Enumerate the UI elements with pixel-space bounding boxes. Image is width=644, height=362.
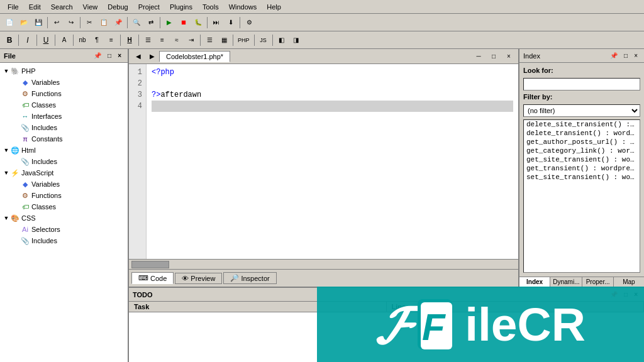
format-btn3[interactable]: ≡ — [104, 33, 118, 47]
settings-btn[interactable]: ⚙ — [242, 16, 256, 30]
editor-tab-main[interactable]: Codelobster1.php* — [159, 51, 230, 62]
inspector-view-btn[interactable]: 🔎 Inspector — [223, 272, 276, 284]
expand-functions-js[interactable] — [13, 192, 20, 199]
expand-classes[interactable] — [13, 101, 20, 109]
index-item-3[interactable]: get_category_link() : wordpress — [524, 146, 640, 155]
tree-interfaces[interactable]: ↔ Interfaces — [0, 111, 128, 122]
expand-selectors[interactable] — [13, 226, 20, 233]
tree-functions[interactable]: ⚙ Functions — [0, 88, 128, 99]
tree-html[interactable]: ▼ 🌐 Html — [0, 145, 128, 156]
index-tab-properties[interactable]: Proper... — [582, 277, 613, 287]
align-center-btn[interactable]: ≡ — [155, 33, 169, 47]
expand-variables-js[interactable] — [13, 180, 20, 188]
expand-functions[interactable] — [13, 90, 20, 97]
tree-javascript[interactable]: ▼ ⚡ JavaScript — [0, 167, 128, 178]
tree-functions-js[interactable]: ⚙ Functions — [0, 190, 128, 201]
step-in-btn[interactable]: ⬇ — [224, 16, 238, 30]
code-editor[interactable]: <?php ?>afterdawn — [147, 64, 518, 259]
expand-constants[interactable] — [13, 135, 20, 143]
expand-includes-css[interactable] — [13, 237, 20, 244]
save-btn[interactable]: 💾 — [31, 16, 45, 30]
file-panel-float[interactable]: □ — [105, 52, 114, 60]
table-btn[interactable]: ▦ — [217, 33, 231, 47]
php-btn[interactable]: PHP — [235, 33, 252, 47]
editor-maximize-btn[interactable]: □ — [487, 50, 501, 63]
align-left-btn[interactable]: ☰ — [141, 33, 155, 47]
expand-javascript[interactable]: ▼ — [3, 169, 10, 177]
expand-includes-php[interactable] — [13, 124, 20, 131]
run-btn[interactable]: ▶ — [162, 16, 176, 30]
menu-windows[interactable]: Windows — [224, 2, 262, 12]
redo-btn[interactable]: ↪ — [64, 16, 78, 30]
menu-search[interactable]: Search — [46, 2, 78, 12]
index-tab-map[interactable]: Map — [614, 277, 644, 287]
expand-css[interactable]: ▼ — [3, 214, 10, 222]
index-item-6[interactable]: set_site_transient() : wordpres — [524, 173, 640, 182]
tree-variables-js[interactable]: ◆ Variables — [0, 178, 128, 190]
stop-btn[interactable]: ⏹ — [177, 16, 191, 30]
menu-plugins[interactable]: Plugins — [165, 2, 197, 12]
debug-btn[interactable]: 🐛 — [191, 16, 205, 30]
tree-variables[interactable]: ◆ Variables — [0, 77, 128, 88]
copy-btn[interactable]: 📋 — [97, 16, 111, 30]
undo-btn[interactable]: ↩ — [50, 16, 64, 30]
misc-btn1[interactable]: ◧ — [275, 33, 289, 47]
tab-prev-btn[interactable]: ◀ — [131, 50, 145, 63]
format-btn2[interactable]: ¶ — [90, 33, 104, 47]
editor-close-btn[interactable]: × — [502, 50, 516, 63]
js-icon-btn[interactable]: JS — [257, 33, 270, 47]
italic-btn[interactable]: I — [21, 33, 35, 47]
editor-content[interactable]: 1 2 3 4 <?php ?>afterdawn — [129, 64, 518, 259]
preview-view-btn[interactable]: 👁 Preview — [175, 273, 222, 284]
bold-btn[interactable]: B — [3, 33, 16, 47]
new-btn[interactable]: 📄 — [3, 16, 16, 30]
index-tab-dynamic[interactable]: Dynami... — [550, 277, 582, 287]
cut-btn[interactable]: ✂ — [82, 16, 96, 30]
heading-btn[interactable]: H — [123, 33, 136, 47]
filter-select[interactable]: (no filter) — [523, 104, 640, 117]
tree-selectors[interactable]: Ai Selectors — [0, 224, 128, 235]
index-item-0[interactable]: delete_site_transient() : wordp — [524, 120, 640, 129]
tree-php[interactable]: ▼ 🐘 PHP — [0, 65, 128, 77]
expand-variables[interactable] — [13, 79, 20, 86]
underline-btn[interactable]: U — [39, 33, 53, 47]
tree-includes-html[interactable]: 📎 Includes — [0, 156, 128, 167]
file-panel-pin[interactable]: 📌 — [91, 52, 104, 60]
index-item-4[interactable]: get_site_transient() : wordpre — [524, 155, 640, 164]
expand-classes-js[interactable] — [13, 203, 20, 211]
menu-tools[interactable]: Tools — [197, 2, 224, 12]
menu-file[interactable]: File — [3, 2, 24, 12]
open-btn[interactable]: 📂 — [17, 16, 31, 30]
list-btn[interactable]: ☰ — [203, 33, 216, 47]
expand-html[interactable]: ▼ — [3, 146, 10, 154]
index-pin-btn[interactable]: 📌 — [608, 52, 620, 60]
tree-constants[interactable]: π Constants — [0, 133, 128, 145]
find-btn[interactable]: 🔍 — [130, 16, 143, 30]
expand-php[interactable]: ▼ — [3, 67, 10, 75]
replace-btn[interactable]: ⇄ — [144, 16, 158, 30]
index-tab-index[interactable]: Index — [519, 277, 550, 287]
index-item-1[interactable]: delete_transient() : wordpress — [524, 129, 640, 138]
color-btn[interactable]: A — [57, 33, 71, 47]
look-for-input[interactable] — [523, 78, 640, 90]
menu-help[interactable]: Help — [262, 2, 286, 12]
menu-edit[interactable]: Edit — [24, 2, 46, 12]
tree-classes-js[interactable]: 🏷 Classes — [0, 201, 128, 212]
menu-project[interactable]: Project — [133, 2, 165, 12]
tree-classes[interactable]: 🏷 Classes — [0, 99, 128, 111]
editor-minimize-btn[interactable]: ─ — [472, 50, 486, 63]
index-float-btn[interactable]: □ — [621, 52, 630, 60]
tree-includes-php[interactable]: 📎 Includes — [0, 122, 128, 133]
indent-btn[interactable]: ⇥ — [184, 33, 198, 47]
code-view-btn[interactable]: ⌨ Code — [131, 272, 174, 284]
tag-btn[interactable]: ≈ — [170, 33, 184, 47]
expand-interfaces[interactable] — [13, 112, 20, 120]
paste-btn[interactable]: 📌 — [111, 16, 125, 30]
step-over-btn[interactable]: ⏭ — [209, 16, 223, 30]
expand-includes-html[interactable] — [13, 158, 20, 165]
index-close-btn[interactable]: × — [631, 52, 640, 60]
index-item-5[interactable]: get_transient() : wordpress — [524, 164, 640, 173]
tree-css[interactable]: ▼ 🎨 CSS — [0, 212, 128, 224]
format-btn1[interactable]: nb — [75, 33, 89, 47]
index-item-2[interactable]: get_author_posts_url() : wordp — [524, 138, 640, 146]
